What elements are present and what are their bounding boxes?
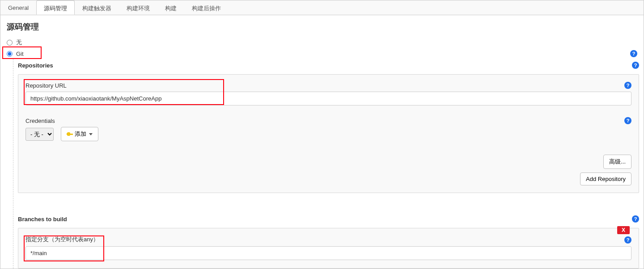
- delete-branch-button[interactable]: X: [617, 226, 630, 234]
- tab-build-triggers[interactable]: 构建触发器: [75, 0, 119, 15]
- add-credentials-button[interactable]: 添加: [61, 127, 98, 141]
- branch-block: X 指定分支（为空时代表any） ?: [18, 228, 639, 269]
- branch-specifier-label: 指定分支（为空时代表any）: [25, 235, 99, 244]
- repositories-header: Repositories ?: [18, 59, 639, 71]
- repo-url-label-row: Repository URL ?: [25, 82, 631, 89]
- scm-option-git-label: Git: [16, 50, 24, 57]
- branch-input-wrap: [25, 246, 631, 260]
- advanced-button[interactable]: 高级...: [603, 155, 631, 169]
- help-icon[interactable]: ?: [632, 215, 639, 223]
- scm-option-none-label: 无: [16, 38, 22, 46]
- add-repository-button[interactable]: Add Repository: [580, 172, 631, 185]
- credentials-label-row: Credentials ?: [25, 117, 631, 124]
- scm-radio-git[interactable]: [7, 51, 13, 57]
- section-title: 源码管理: [5, 20, 639, 37]
- chevron-down-icon: [89, 133, 93, 135]
- tab-post-build[interactable]: 构建后操作: [184, 0, 229, 15]
- tab-build-env[interactable]: 构建环境: [119, 0, 157, 15]
- help-icon[interactable]: ?: [632, 62, 639, 69]
- scm-radio-none[interactable]: [7, 40, 13, 46]
- help-icon[interactable]: ?: [624, 117, 631, 124]
- repo-buttons-row: 高级... Add Repository: [25, 155, 631, 185]
- scm-content: 源码管理 无 Git ? Repositories ? Repository U…: [0, 15, 644, 269]
- repositories-label: Repositories: [18, 62, 53, 69]
- help-icon[interactable]: ?: [630, 50, 637, 57]
- help-icon[interactable]: ?: [624, 236, 631, 244]
- branches-label: Branches to build: [18, 216, 67, 223]
- branch-specifier-input[interactable]: [25, 246, 631, 260]
- tab-build[interactable]: 构建: [157, 0, 184, 15]
- branches-header: Branches to build ?: [18, 213, 639, 224]
- config-panel: General 源码管理 构建触发器 构建环境 构建 构建后操作 源码管理 无 …: [0, 0, 644, 269]
- tab-general[interactable]: General: [0, 0, 36, 15]
- help-icon[interactable]: ?: [624, 82, 631, 89]
- config-tabs: General 源码管理 构建触发器 构建环境 构建 构建后操作: [0, 0, 644, 15]
- branches-section: Branches to build ? X 指定分支（为空时代表any） ?: [18, 213, 639, 269]
- credentials-select[interactable]: - 无 -: [25, 128, 54, 141]
- scm-option-none-row: 无: [5, 37, 639, 48]
- repo-url-input-wrap: [25, 92, 631, 105]
- scm-option-git-row: Git ?: [5, 48, 639, 59]
- tab-scm[interactable]: 源码管理: [36, 0, 75, 15]
- repo-url-input[interactable]: [25, 92, 631, 105]
- repository-block: Repository URL ? Credentials ? - 无 -: [18, 74, 639, 193]
- key-icon: [67, 131, 73, 137]
- credentials-controls: - 无 - 添加: [25, 127, 631, 141]
- credentials-block: Credentials ? - 无 - 添加: [25, 117, 631, 141]
- git-options: Repositories ? Repository URL ? Credenti…: [13, 59, 639, 269]
- credentials-label: Credentials: [25, 118, 55, 124]
- repo-url-label: Repository URL: [25, 82, 67, 89]
- add-credentials-label: 添加: [75, 130, 86, 138]
- branch-specifier-label-row: 指定分支（为空时代表any） ?: [25, 235, 631, 244]
